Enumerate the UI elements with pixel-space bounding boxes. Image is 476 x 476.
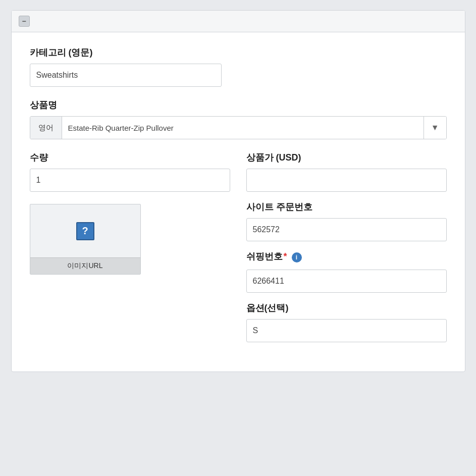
product-name-section: 상품명 영어 ▼ [30,99,447,139]
product-name-label: 상품명 [30,99,447,111]
image-icon-area: ? [30,204,140,257]
quantity-label: 수량 [30,151,230,164]
price-input[interactable] [246,169,447,192]
qty-price-row: 수량 ? 이미지URL 상품가 (USD) [30,151,447,351]
quantity-section: 수량 [30,151,230,192]
option-input[interactable] [246,319,447,342]
card-body: 카테고리 (영문) 상품명 영어 ▼ 수량 [12,32,465,372]
card-header: − [12,11,465,32]
product-name-row: 영어 ▼ [30,116,447,139]
option-label: 옵션(선택) [246,302,447,314]
price-section: 상품가 (USD) [246,151,447,192]
site-order-section: 사이트 주문번호 [246,201,447,241]
option-section: 옵션(선택) [246,302,447,342]
image-url-label: 이미지URL [30,257,140,274]
shipping-label: 쉬핑번호 [246,251,283,261]
category-section: 카테고리 (영문) [30,46,447,87]
product-name-input[interactable] [62,117,424,139]
quantity-col: 수량 ? 이미지URL [30,151,230,351]
product-name-dropdown[interactable]: ▼ [424,117,446,139]
price-label: 상품가 (USD) [246,151,447,164]
image-upload-area[interactable]: ? 이미지URL [30,204,141,275]
main-card: − 카테고리 (영문) 상품명 영어 ▼ 수량 [11,10,465,372]
category-input[interactable] [30,64,222,87]
shipping-label-container: 쉬핑번호* i [246,250,447,262]
collapse-button[interactable]: − [19,16,30,27]
category-label: 카테고리 (영문) [30,46,447,59]
quantity-input[interactable] [30,169,230,192]
site-order-input[interactable] [246,218,447,241]
shipping-input[interactable] [246,270,447,293]
product-name-lang: 영어 [30,117,62,139]
chevron-down-icon: ▼ [431,123,439,132]
info-icon[interactable]: i [292,252,302,262]
site-order-label: 사이트 주문번호 [246,201,447,213]
required-star: * [284,251,287,261]
question-icon: ? [76,222,94,240]
right-col: 상품가 (USD) 사이트 주문번호 쉬핑번호* i [246,151,447,351]
shipping-section: 쉬핑번호* i [246,250,447,293]
